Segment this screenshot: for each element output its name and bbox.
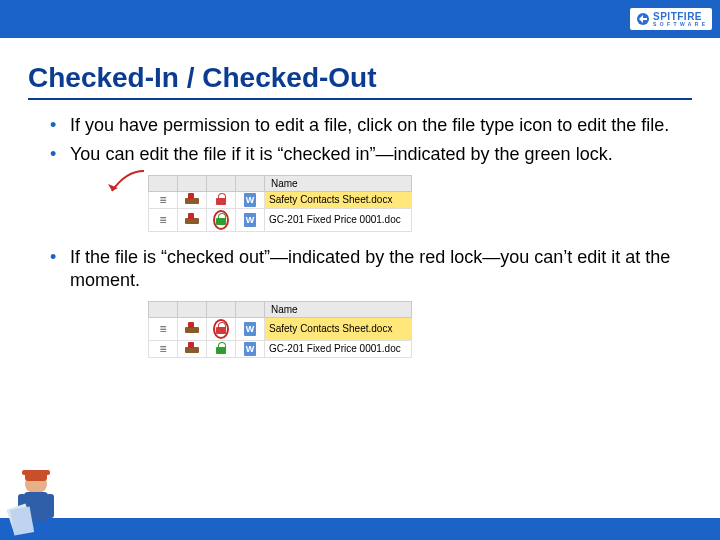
table-row: ≡ W Safety Contacts Sheet.docx [149,317,412,340]
file-type-icon[interactable]: W [244,193,256,207]
col-blank [149,301,178,317]
file-type-icon[interactable]: W [244,322,256,336]
brand-sub: S O F T W A R E [653,22,706,27]
table-row: ≡ W Safety Contacts Sheet.docx [149,191,412,208]
table-row: ≡ W GC-201 Fixed Price 0001.doc [149,208,412,231]
table-row: ≡ W GC-201 Fixed Price 0001.doc [149,340,412,357]
file-name[interactable]: Safety Contacts Sheet.docx [265,317,412,340]
bullet-item: You can edit the file if it is “checked … [56,143,692,166]
spitfire-icon [636,12,650,26]
file-type-icon[interactable]: W [244,213,256,227]
file-table-checked-in: Name ≡ W Safety Contacts Sheet.docx ≡ W … [148,175,412,232]
col-blank [178,175,207,191]
brand-logo: SPITFIRE S O F T W A R E [630,8,712,30]
col-blank [236,301,265,317]
bullet-item: If you have permission to edit a file, c… [56,114,692,137]
drag-icon: ≡ [159,214,166,226]
col-blank [207,175,236,191]
attach-icon [185,322,199,334]
callout-circle [213,319,229,339]
file-name[interactable]: Safety Contacts Sheet.docx [265,191,412,208]
col-blank [236,175,265,191]
file-type-icon[interactable]: W [244,342,256,356]
slide-body: Checked-In / Checked-Out If you have per… [0,38,720,458]
bullet-list-2: If the file is “checked out”—indicated b… [56,246,692,293]
file-table-checked-out: Name ≡ W Safety Contacts Sheet.docx ≡ W … [148,301,412,358]
bullet-list: If you have permission to edit a file, c… [56,114,692,167]
lock-icon [216,213,226,225]
drag-icon: ≡ [159,343,166,355]
attach-icon [185,342,199,354]
page-title: Checked-In / Checked-Out [28,62,692,94]
header-bar: SPITFIRE S O F T W A R E [0,0,720,38]
lock-icon [216,322,226,334]
col-name: Name [265,175,412,191]
footer-bar [0,518,720,540]
svg-rect-6 [46,494,54,518]
callout-circle [213,210,229,230]
attach-icon [185,193,199,205]
col-blank [178,301,207,317]
arrow-icon [106,169,146,199]
table-wrapper-1: Name ≡ W Safety Contacts Sheet.docx ≡ W … [28,175,692,232]
col-blank [207,301,236,317]
file-name[interactable]: GC-201 Fixed Price 0001.doc [265,208,412,231]
table-wrapper-2: Name ≡ W Safety Contacts Sheet.docx ≡ W … [28,301,692,358]
col-blank [149,175,178,191]
bullet-item: If the file is “checked out”—indicated b… [56,246,692,293]
svg-rect-3 [22,470,50,475]
col-name: Name [265,301,412,317]
drag-icon: ≡ [159,194,166,206]
mascot-icon [4,460,68,540]
file-name[interactable]: GC-201 Fixed Price 0001.doc [265,340,412,357]
title-underline [28,98,692,100]
drag-icon: ≡ [159,323,166,335]
attach-icon [185,213,199,225]
lock-icon [216,193,226,205]
lock-icon [216,342,226,354]
